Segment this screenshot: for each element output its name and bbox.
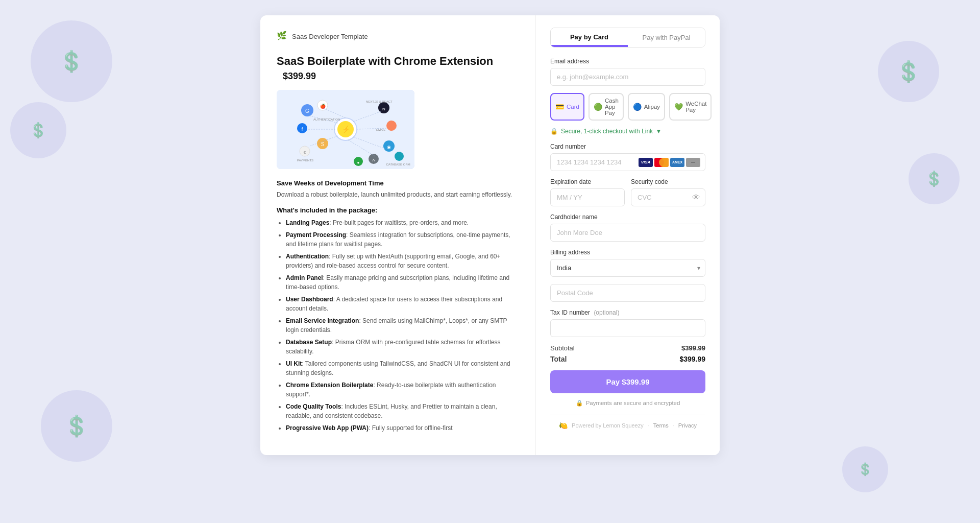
brand-logo-icon: 🌿 (277, 31, 288, 42)
security-code-label: Security code (631, 178, 705, 185)
features-list: Landing Pages: Pre-built pages for waitl… (277, 218, 519, 433)
cvc-icon: 👁 (692, 193, 700, 202)
card-method-label: Card (567, 104, 579, 110)
brand-header: 🌿 Saas Developer Template (277, 31, 519, 42)
svg-text:◉: ◉ (387, 145, 391, 150)
payment-method-wechat[interactable]: 💚 WeChat Pay (669, 93, 712, 121)
list-item: UI Kit: Tailored components using Tailwi… (286, 359, 519, 377)
list-item: User Dashboard: A dedicated space for us… (286, 295, 519, 313)
list-item: Email Service Integration: Send emails u… (286, 316, 519, 335)
card-brands: VISA AMEX — (639, 158, 700, 167)
alipay-method-label: Alipay (644, 104, 660, 110)
alipay-method-icon: 🔵 (633, 103, 642, 111)
payment-method-card[interactable]: 💳 Card (550, 93, 584, 121)
lock-secure-icon: 🔒 (576, 399, 583, 407)
email-group: Email address (550, 58, 705, 86)
card-details-row: Expiration date Security code 👁 (550, 178, 705, 213)
country-select[interactable]: India United States United Kingdom Canad… (550, 259, 705, 277)
card-number-label: Card number (550, 143, 705, 150)
description-text: Download a robust boilerplate, launch un… (277, 190, 519, 199)
features-heading: What's included in the package: (277, 206, 519, 214)
list-item: Authentication: Fully set up with NextAu… (286, 252, 519, 270)
total-amount: $399.99 (679, 355, 705, 363)
list-item: Landing Pages: Pre-built pages for waitl… (286, 218, 519, 227)
product-title-row: SaaS Boilerplate with Chrome Extension $… (277, 54, 519, 82)
svg-text:●: ● (357, 160, 360, 165)
country-select-wrapper: India United States United Kingdom Canad… (550, 259, 705, 277)
product-image: ⚡ G 🍎 f € S N (277, 90, 414, 169)
secure-link-row[interactable]: 🔒 Secure, 1-click checkout with Link ▼ (550, 128, 705, 135)
list-item: Chrome Extension Boilerplate: Ready-to-u… (286, 381, 519, 399)
email-input[interactable] (550, 68, 705, 86)
secure-note-text: Payments are secure and encrypted (586, 400, 680, 406)
security-code-group: Security code 👁 (631, 178, 705, 206)
tax-id-input[interactable] (550, 319, 705, 337)
cardholder-label: Cardholder name (550, 213, 705, 221)
cashapp-method-icon: 🟢 (594, 103, 602, 111)
email-label: Email address (550, 58, 705, 65)
product-panel: 🌿 Saas Developer Template SaaS Boilerpla… (260, 15, 536, 455)
cashapp-method-label: Cash App Pay (605, 98, 619, 116)
postal-code-group (550, 284, 705, 302)
subtotal-label: Subtotal (550, 344, 575, 352)
expiration-label: Expiration date (550, 178, 625, 185)
brand-name: Saas Developer Template (292, 33, 368, 40)
svg-text:⚡: ⚡ (341, 125, 351, 134)
terms-link[interactable]: Terms (653, 422, 669, 429)
cardholder-group: Cardholder name (550, 213, 705, 242)
payment-methods-row: 💳 Card 🟢 Cash App Pay 🔵 Alipay 💚 WeChat … (550, 93, 705, 121)
privacy-link[interactable]: Privacy (678, 422, 697, 429)
product-title: SaaS Boilerplate with Chrome Extension (277, 54, 493, 69)
lemon-icon: 🍋 (559, 421, 568, 430)
svg-text:NEXT.JS & REACT: NEXT.JS & REACT (366, 100, 393, 103)
tax-id-label: Tax ID number (optional) (550, 309, 705, 316)
payment-method-alipay[interactable]: 🔵 Alipay (628, 93, 665, 121)
svg-point-16 (386, 121, 397, 131)
list-item: Admin Panel: Easily manage pricing and s… (286, 273, 519, 292)
svg-point-38 (659, 158, 667, 167)
list-item: Payment Processing: Seamless integration… (286, 230, 519, 249)
svg-text:G: G (305, 108, 309, 114)
billing-group: Billing address India United States Unit… (550, 249, 705, 277)
svg-text:PAYMENTS: PAYMENTS (297, 159, 313, 162)
list-item: Progressive Web App (PWA): Fully support… (286, 423, 519, 433)
mastercard-icon (654, 158, 669, 167)
payment-panel: Pay by Card Pay with PayPal Email addres… (536, 15, 720, 455)
total-row: Total $399.99 (550, 355, 705, 363)
secure-note: 🔒 Payments are secure and encrypted (550, 399, 705, 407)
product-description: Save Weeks of Development Time Download … (277, 179, 519, 433)
svg-text:DATABASE ORM: DATABASE ORM (386, 163, 410, 166)
svg-text:EMAIL: EMAIL (376, 128, 386, 131)
tax-id-group: Tax ID number (optional) (550, 309, 705, 337)
visa-icon: VISA (639, 158, 653, 167)
description-heading: Save Weeks of Development Time (277, 179, 519, 187)
chevron-down-icon: ▼ (656, 128, 662, 134)
lock-icon: 🔒 (550, 128, 558, 135)
tab-pay-with-paypal[interactable]: Pay with PayPal (628, 28, 705, 47)
pay-button[interactable]: Pay $399.99 (550, 370, 705, 393)
total-label: Total (550, 355, 567, 363)
svg-text:AUTHENTICATION: AUTHENTICATION (313, 118, 340, 121)
cardholder-input[interactable] (550, 224, 705, 242)
wechat-method-icon: 💚 (674, 103, 683, 111)
wechat-method-label: WeChat Pay (685, 101, 706, 113)
subtotal-row: Subtotal $399.99 (550, 344, 705, 352)
expiration-input[interactable] (550, 188, 625, 206)
card-method-icon: 💳 (555, 103, 564, 111)
amex-icon: AMEX (670, 158, 684, 167)
powered-by-text: Powered by Lemon Squeezy (572, 422, 644, 429)
svg-text:S: S (321, 141, 325, 147)
tab-pay-by-card[interactable]: Pay by Card (551, 28, 628, 47)
postal-code-input[interactable] (550, 284, 705, 302)
payment-tabs: Pay by Card Pay with PayPal (550, 28, 705, 47)
product-price: $399.99 (283, 71, 316, 82)
subtotal-amount: $399.99 (681, 344, 705, 352)
svg-point-23 (395, 152, 404, 161)
totals-section: Subtotal $399.99 Total $399.99 (550, 344, 705, 363)
generic-card-icon: — (686, 158, 700, 167)
cvc-wrapper: 👁 (631, 188, 705, 206)
payment-method-cashapp[interactable]: 🟢 Cash App Pay (589, 93, 624, 121)
svg-text:N: N (382, 107, 385, 111)
powered-by: 🍋 Powered by Lemon Squeezy · Terms · Pri… (550, 415, 705, 430)
expiration-group: Expiration date (550, 178, 625, 206)
